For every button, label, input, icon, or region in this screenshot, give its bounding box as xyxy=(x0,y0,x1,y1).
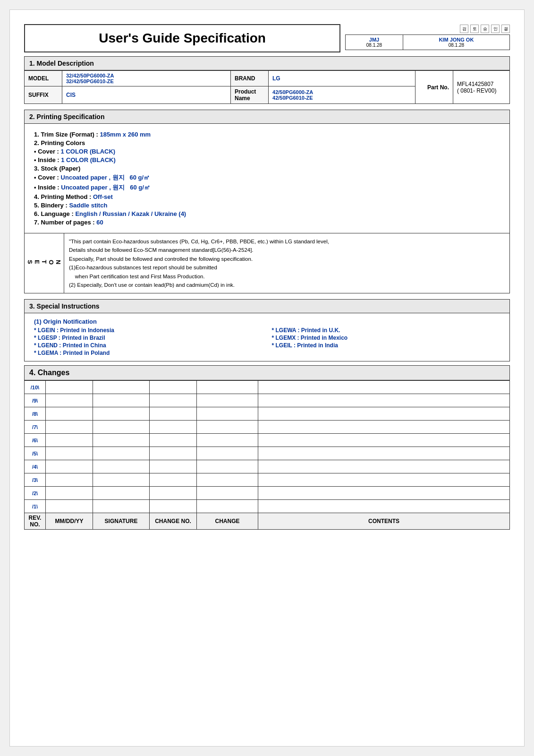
spec-content: 1. Trim Size (Format) : 185mm x 260 mm 2… xyxy=(24,124,510,233)
sig-cell-2 xyxy=(93,487,150,500)
sig-cell-9 xyxy=(93,394,150,407)
spec-prefix-1: 1. Trim Size (Format) : xyxy=(34,131,100,138)
approval-area: 검 토 승 인 결 JMJ 08.1.28 KIM JONG OK 08.1.2… xyxy=(340,25,510,52)
sig-cell-5 xyxy=(93,447,150,460)
part-no-value: MFL41425807 ( 0801- REV00) xyxy=(453,71,510,104)
col-signature: SIGNATURE xyxy=(93,513,150,530)
spec-method: Off-set xyxy=(93,193,113,200)
spec-bindery: Saddle stitch xyxy=(69,202,107,209)
spec-line-7: • Inside : Uncoated paper , 원지 60 g/㎡ xyxy=(34,183,500,192)
special-section-header: 3. Special Instructions xyxy=(24,299,510,313)
change-cell-4 xyxy=(197,460,258,473)
spec-line-5: 3. Stock (Paper) xyxy=(34,165,500,172)
change-no-cell-5 xyxy=(150,447,197,460)
change-cell-8 xyxy=(197,407,258,421)
model-value: 32/42/50PG6000-ZA32/42/50PG6010-ZE xyxy=(62,71,231,86)
change-cell-6 xyxy=(197,434,258,447)
contents-cell-6 xyxy=(258,434,510,447)
rev-cell-5: /5\ xyxy=(25,447,46,460)
contents-cell-10 xyxy=(258,381,510,394)
spec-line-1: 1. Trim Size (Format) : 185mm x 260 mm xyxy=(34,131,500,138)
spec-cover-stock: Uncoated paper , 원지 60 g/㎡ xyxy=(61,174,150,181)
rev-value: ( 0801- REV00) xyxy=(457,87,496,94)
sig-cell-3 xyxy=(93,473,150,487)
spec-cover-color: 1 COLOR (BLACK) xyxy=(61,148,116,155)
icon1: 검 xyxy=(460,25,468,33)
date-cell-1 xyxy=(46,500,93,513)
approval-boxes: JMJ 08.1.28 KIM JONG OK 08.1.28 xyxy=(345,34,510,50)
printing-section-label: 2. Printing Specification xyxy=(29,113,104,120)
origin-1-right: * LGEWA : Printed in U.K. xyxy=(272,327,500,334)
change-no-cell-3 xyxy=(150,473,197,487)
approver2-name: KIM JONG OK xyxy=(407,37,506,43)
spec-printing-colors: 2. Printing Colors xyxy=(34,139,85,146)
change-cell-9 xyxy=(197,394,258,407)
contents-cell-8 xyxy=(258,407,510,421)
page-title: User's Guide Specification xyxy=(31,31,334,46)
spec-line-11: 7. Number of pages : 60 xyxy=(34,219,500,226)
notes-line-4: (1)Eco-hazardous substances test report … xyxy=(69,263,329,272)
rev-cell-7: /7\ xyxy=(25,421,46,434)
changes-row-8: /8\ xyxy=(25,407,510,421)
icon5: 결 xyxy=(501,25,510,33)
page: User's Guide Specification 검 토 승 인 결 JMJ… xyxy=(9,9,525,747)
contents-cell-9 xyxy=(258,394,510,407)
changes-header-row: REV.NO. MM/DD/YY SIGNATURE CHANGE NO. CH… xyxy=(25,513,510,530)
rev-cell-3: /3\ xyxy=(25,473,46,487)
rev-cell-2: /2\ xyxy=(25,487,46,500)
date-cell-9 xyxy=(46,394,93,407)
icon4: 인 xyxy=(491,25,500,33)
change-no-cell-2 xyxy=(150,487,197,500)
approver1-name: JMJ xyxy=(349,37,399,43)
change-no-cell-4 xyxy=(150,460,197,473)
printing-section-header: 2. Printing Specification xyxy=(24,110,510,124)
changes-row-2: /2\ xyxy=(25,487,510,500)
col-date: MM/DD/YY xyxy=(46,513,93,530)
changes-row-6: /6\ xyxy=(25,434,510,447)
date-cell-8 xyxy=(46,407,93,421)
spec-line-3: • Cover : 1 COLOR (BLACK) xyxy=(34,148,500,155)
approver1-date: 08.1.28 xyxy=(349,43,399,48)
changes-row-9: /9\ xyxy=(25,394,510,407)
spec-pages: 60 xyxy=(96,219,103,226)
sig-cell-6 xyxy=(93,434,150,447)
model-section-label: 1. Model Description xyxy=(29,60,94,67)
suffix-value: CIS xyxy=(62,86,231,104)
change-no-cell-8 xyxy=(150,407,197,421)
change-cell-2 xyxy=(197,487,258,500)
sig-cell-8 xyxy=(93,407,150,421)
model-label: MODEL xyxy=(25,71,62,86)
approver2-date: 08.1.28 xyxy=(407,43,506,48)
spec-language-prefix: 6. Language : xyxy=(34,210,75,217)
changes-row-5: /5\ xyxy=(25,447,510,460)
spec-method-prefix: 4. Printing Method : xyxy=(34,193,93,200)
spec-cover-prefix: • Cover : xyxy=(34,148,61,155)
change-no-cell-1 xyxy=(150,500,197,513)
title-cell: User's Guide Specification xyxy=(25,25,340,52)
rev-cell-4: /4\ xyxy=(25,460,46,473)
contents-cell-3 xyxy=(258,473,510,487)
notes-line-3: Especially, Part should be followed and … xyxy=(69,255,329,263)
icon3: 승 xyxy=(481,25,489,33)
date-cell-5 xyxy=(46,447,93,460)
suffix-label: SUFFIX xyxy=(25,86,62,104)
special-content: (1) Origin Notification * LGEIN : Printe… xyxy=(24,313,510,361)
header-table: User's Guide Specification 검 토 승 인 결 JMJ… xyxy=(24,24,510,52)
date-cell-3 xyxy=(46,473,93,487)
date-cell-6 xyxy=(46,434,93,447)
col-change: CHANGE xyxy=(197,513,258,530)
col-contents: CONTENTS xyxy=(258,513,510,530)
spec-language: English / Russian / Kazak / Ukraine (4) xyxy=(75,210,186,217)
change-cell-1 xyxy=(197,500,258,513)
rev-cell-8: /8\ xyxy=(25,407,46,421)
contents-cell-1 xyxy=(258,500,510,513)
changes-row-7: /7\ xyxy=(25,421,510,434)
notes-line-5: when Part certification test and First M… xyxy=(69,272,329,281)
approver2-box: KIM JONG OK 08.1.28 xyxy=(403,35,509,50)
sig-cell-4 xyxy=(93,460,150,473)
rev-cell-1: /1\ xyxy=(25,500,46,513)
spec-line-2: 2. Printing Colors xyxy=(34,139,500,146)
change-no-cell-6 xyxy=(150,434,197,447)
spec-inside-prefix: • Inside : xyxy=(34,156,61,163)
product-name-value: 42/50PG6000-ZA42/50PG6010-ZE xyxy=(269,86,415,104)
